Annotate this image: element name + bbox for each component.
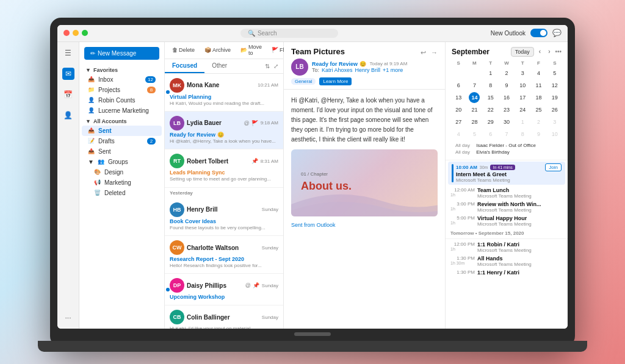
email-item[interactable]: DP Daisy Phillips @ 📌 Sunday Upcoming Wo… [165,274,283,305]
cal-date[interactable]: 6 [485,129,496,140]
event-title-3: Review with North Win... [477,201,541,207]
cal-date[interactable]: 15 [485,92,496,103]
email-item[interactable]: MK Mona Kane 10:21 AM Virtual Planning H… [165,74,283,112]
cal-date[interactable]: 11 [533,80,544,91]
cal-date[interactable]: 16 [501,92,512,103]
tab-other[interactable]: Other [204,59,234,73]
expand-icon[interactable]: ⤢ [273,63,278,70]
cal-date[interactable]: 9 [501,80,512,91]
email-item[interactable]: HB Henry Brill Sunday Book Cover Ideas F… [165,198,283,236]
cal-date[interactable]: 13 [453,92,464,103]
more-icon[interactable]: ··· [62,312,74,324]
email-subject: Research Report - Sept 2020 [170,256,278,262]
cal-date[interactable]: 3 [549,116,560,127]
cal-date[interactable]: 28 [469,116,480,127]
sidebar-item-groups[interactable]: ▼ 👥 Groups [82,157,162,167]
join-button[interactable]: Join [545,163,562,171]
email-item[interactable]: RT Robert Tolbert 📌 8:31 AM Leads Planni… [165,149,283,187]
move-to-button[interactable]: 📂 Move to [238,43,264,57]
maximize-button[interactable] [82,30,88,36]
email-time: 9:18 AM [261,120,278,126]
cal-date[interactable]: 10 [549,129,560,140]
cal-date[interactable]: 19 [549,92,560,103]
cal-next-button[interactable]: › [546,47,552,56]
cal-date[interactable] [453,68,464,79]
tab-focused[interactable]: Focused [165,59,204,73]
cal-date[interactable]: 4 [533,68,544,79]
cal-date[interactable]: 20 [453,104,464,115]
cal-date-today[interactable]: 14 [469,92,480,103]
cal-date[interactable]: 30 [501,116,512,127]
cal-date[interactable]: 7 [469,80,480,91]
email-subject: Book Cover Ideas [170,218,278,224]
cal-date[interactable]: 5 [549,68,560,79]
cal-date[interactable]: 21 [469,104,480,115]
sidebar-item-drafts[interactable]: 📝 Drafts 2 [82,136,162,146]
new-message-button[interactable]: ✏ New Message [84,47,159,60]
cal-date[interactable] [469,68,480,79]
cal-date[interactable]: 29 [485,116,496,127]
traffic-lights [63,30,88,36]
cal-date[interactable]: 8 [517,129,528,140]
cal-prev-button[interactable]: ‹ [536,47,543,56]
day-label-t: T [483,59,499,67]
cal-date[interactable]: 5 [469,129,480,140]
sidebar-item-deleted[interactable]: 🗑️ Deleted [82,188,162,198]
chat-icon[interactable]: 💬 [552,29,562,37]
cal-date[interactable]: 26 [549,104,560,115]
delete-button[interactable]: 🗑 Delete [170,46,197,54]
learn-more-button[interactable]: Learn More [319,77,352,85]
cal-date[interactable]: 10 [517,80,528,91]
cal-date[interactable]: 22 [485,104,496,115]
email-time: Sunday [262,245,278,251]
cal-date[interactable]: 2 [501,68,512,79]
sidebar-item-inbox[interactable]: 📥 Inbox 12 [82,74,162,85]
cal-date[interactable]: 8 [485,80,496,91]
sidebar-item-design[interactable]: 🎨 Design [82,167,162,177]
laptop-screen: 🔍 Search New Outlook 💬 ☰ ✉ 📅 👤 [57,25,568,329]
people-icon[interactable]: 👤 [62,109,74,121]
email-item[interactable]: CB Colin Ballinger Sunday Hi Katri, I'd … [165,305,283,328]
cal-date[interactable]: 3 [517,68,528,79]
sidebar-item-robin[interactable]: 👤 Robin Counts [82,95,162,105]
cal-date[interactable]: 25 [533,104,544,115]
cal-date[interactable]: 1 [517,116,528,127]
minimize-button[interactable] [73,30,79,36]
cal-date[interactable]: 17 [517,92,528,103]
calendar-icon[interactable]: 📅 [62,88,74,101]
search-bar[interactable]: 🔍 Search [240,29,338,38]
email-sender: Lydia Bauer [187,120,242,126]
cal-date[interactable]: 27 [453,116,464,127]
filter-icon[interactable]: ⇅ [265,63,270,70]
new-outlook-toggle[interactable] [530,29,547,37]
email-item[interactable]: LB Lydia Bauer @ 🚩 9:18 AM Ready for Rev… [165,112,283,149]
cal-date[interactable]: 23 [501,104,512,115]
sidebar-item-projects[interactable]: 📁 Projects 8 [82,85,162,95]
email-item[interactable]: CW Charlotte Waltson Sunday Research Rep… [165,236,283,274]
cal-date[interactable]: 18 [533,92,544,103]
sidebar-item-lucerne[interactable]: 👤 Lucerne Marketing [82,105,162,116]
reply-icon[interactable]: ↩ [421,49,426,57]
week-row: 13 14 15 16 17 18 19 [450,91,563,104]
cal-date[interactable]: 1 [485,68,496,79]
calendar-month: September [452,48,508,56]
cal-date[interactable]: 2 [533,116,544,127]
forward-icon[interactable]: → [431,49,438,57]
event-title-1: Intern Meet & Greet [456,171,562,177]
today-button[interactable]: Today [511,47,534,57]
hamburger-menu[interactable]: ☰ [62,47,74,59]
cal-date[interactable]: 12 [549,80,560,91]
image-about-text: About us. [301,178,352,194]
sidebar-item-marketing[interactable]: 📢 Marketing [82,177,162,188]
cal-date[interactable]: 7 [501,129,512,140]
cal-more-button[interactable]: ••• [555,48,562,55]
sidebar-item-sent2[interactable]: 📤 Sent [82,146,162,157]
cal-date[interactable]: 6 [453,80,464,91]
cal-date[interactable]: 24 [517,104,528,115]
close-button[interactable] [63,30,70,36]
cal-date[interactable]: 4 [453,129,464,140]
mail-icon[interactable]: ✉ [62,68,74,80]
sidebar-item-sent[interactable]: 📤 Sent [82,126,162,136]
cal-date[interactable]: 9 [533,129,544,140]
archive-button[interactable]: 📦 Archive [202,46,233,54]
